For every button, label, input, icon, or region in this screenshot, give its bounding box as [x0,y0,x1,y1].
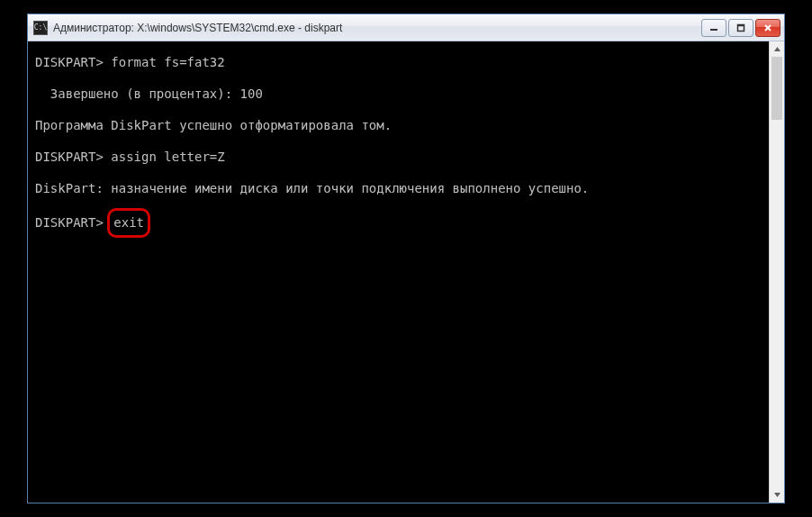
terminal[interactable]: DISKPART> format fs=fat32 Завершено (в п… [28,41,769,503]
titlebar[interactable]: C:\ Администратор: X:\windows\SYSTEM32\c… [28,14,784,41]
cmd-icon: C:\ [33,21,48,35]
prompt: DISKPART> [35,150,111,164]
scrollbar-track[interactable] [770,57,784,487]
close-button[interactable] [755,19,780,37]
scrollbar[interactable] [769,41,784,503]
terminal-line: DISKPART> assign letter=Z [35,145,762,169]
command-highlighted: exit [107,208,150,238]
prompt: DISKPART> [35,55,111,69]
output-text: DiskPart: назначение имени диска или точ… [35,181,589,195]
svg-marker-5 [774,47,780,51]
scroll-down-button[interactable] [770,487,784,503]
window-title: Администратор: X:\windows\SYSTEM32\cmd.e… [53,22,701,34]
scroll-up-button[interactable] [770,41,784,57]
blank-line [35,138,762,145]
client-area: DISKPART> format fs=fat32 Завершено (в п… [28,41,784,503]
blank-line [35,169,762,177]
prompt: DISKPART> [35,215,111,230]
terminal-line: DISKPART> format fs=fat32 [35,50,762,75]
output-text: Программа DiskPart успешно отформатирова… [35,118,392,132]
terminal-line: DISKPART> exit [35,208,762,238]
cmd-icon-text: C:\ [34,23,47,32]
scrollbar-thumb[interactable] [771,57,782,120]
blank-line [35,75,762,82]
terminal-line: DiskPart: назначение имени диска или точ… [35,177,762,201]
blank-line [35,201,762,208]
minimize-button[interactable] [701,19,726,37]
window: C:\ Администратор: X:\windows\SYSTEM32\c… [27,14,785,503]
command: format fs=fat32 [111,55,224,69]
maximize-button[interactable] [728,19,753,37]
svg-marker-6 [774,493,780,497]
terminal-line: Завершено (в процентах): 100 [35,82,762,106]
window-controls [701,19,780,37]
output-text: Завершено (в процентах): 100 [35,86,263,101]
blank-line [35,106,762,113]
command: assign letter=Z [111,150,224,164]
terminal-line: Программа DiskPart успешно отформатирова… [35,113,762,138]
